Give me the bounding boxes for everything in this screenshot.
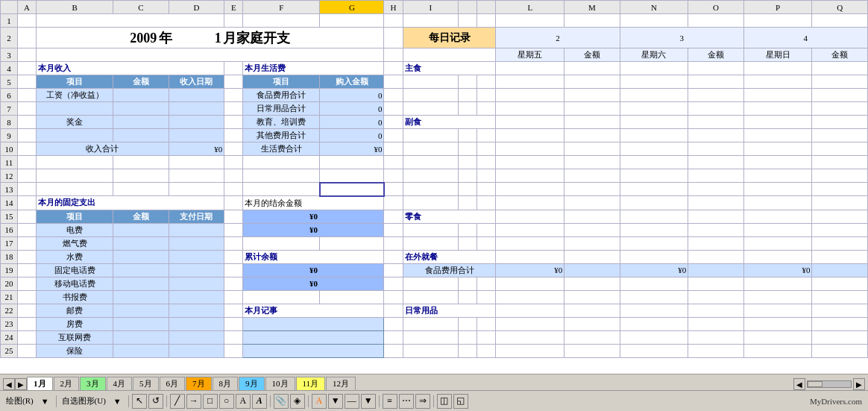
cell-m16[interactable] [564, 223, 620, 236]
cell-l10[interactable] [496, 142, 564, 156]
dash-style-btn[interactable]: ⋯ [399, 394, 414, 409]
cell-g12[interactable] [320, 169, 384, 183]
cell-o17[interactable] [688, 236, 743, 250]
cell-k17[interactable] [477, 236, 496, 250]
cell-n13[interactable] [620, 183, 688, 196]
cell-g17[interactable] [320, 236, 384, 250]
cell-p7[interactable] [743, 102, 812, 116]
living-row1-amount[interactable]: 0 [320, 89, 384, 102]
living-row4-item[interactable]: 其他费用合计 [243, 129, 320, 142]
tab-feb[interactable]: 2月 [54, 377, 80, 390]
cell-n16[interactable] [620, 223, 688, 236]
cell-p22[interactable] [743, 304, 812, 317]
cell-j9[interactable] [459, 129, 477, 142]
cell-l13[interactable] [496, 183, 564, 196]
cell-a1[interactable] [17, 14, 36, 28]
cell-q20[interactable] [812, 277, 868, 290]
clip-btn[interactable]: 📎 [274, 394, 289, 409]
cell-q7[interactable] [812, 102, 868, 116]
cell-m6[interactable] [564, 89, 620, 102]
cell-o12[interactable] [688, 169, 743, 183]
fixed-row2-date[interactable] [169, 236, 224, 250]
tab-mar[interactable]: 3月 [80, 377, 106, 390]
wordart-btn[interactable]: A [252, 394, 267, 409]
line-btn[interactable]: ╱ [170, 394, 185, 409]
cell-n15[interactable] [620, 210, 688, 223]
cell-b13[interactable] [37, 183, 113, 196]
cell-m19[interactable] [564, 263, 620, 277]
income-row1-date[interactable] [169, 89, 224, 102]
cell-m14[interactable] [564, 196, 620, 210]
fixed-row2-item[interactable]: 燃气费 [37, 236, 113, 250]
cell-m23[interactable] [564, 317, 620, 330]
fixed-row8-amount[interactable] [113, 317, 169, 330]
cell-q22[interactable] [812, 304, 868, 317]
cell-p21[interactable] [743, 290, 812, 304]
cell-p9[interactable] [743, 129, 812, 142]
cell-q9[interactable] [812, 129, 868, 142]
cell-m22[interactable] [564, 304, 620, 317]
income-row2-amount[interactable] [113, 102, 169, 116]
income-row4-date[interactable] [169, 129, 224, 142]
cell-i13[interactable] [403, 183, 458, 196]
cell-f13[interactable] [243, 183, 320, 196]
cell-m24[interactable] [564, 330, 620, 344]
cell-q25[interactable] [812, 344, 868, 357]
cell-i21[interactable] [403, 290, 458, 304]
cell-m17[interactable] [564, 236, 620, 250]
cell-p17[interactable] [743, 236, 812, 250]
living-row2-item[interactable]: 日常用品合计 [243, 102, 320, 116]
fixed-row9-amount[interactable] [113, 330, 169, 344]
cell-q21[interactable] [812, 290, 868, 304]
cell-m21[interactable] [564, 290, 620, 304]
cell-f21[interactable] [243, 290, 320, 304]
cell-l16[interactable] [496, 223, 564, 236]
cell-i17[interactable] [403, 236, 458, 250]
scroll-track[interactable] [807, 380, 852, 388]
cell-j17[interactable] [459, 236, 477, 250]
cell-i11[interactable] [403, 156, 458, 169]
draw-menu-btn[interactable]: ▼ [38, 396, 52, 407]
cell-p25[interactable] [743, 344, 812, 357]
income-row4-amount[interactable] [113, 129, 169, 142]
fixed-row7-item[interactable]: 邮费 [37, 304, 113, 317]
cell-f12[interactable] [243, 169, 320, 183]
cell-j12[interactable] [459, 169, 477, 183]
cell-c11[interactable] [113, 156, 169, 169]
cell-o24[interactable] [688, 330, 743, 344]
cell-q12[interactable] [812, 169, 868, 183]
cell-q10[interactable] [812, 142, 868, 156]
cell-l7[interactable] [496, 102, 564, 116]
cell-q14[interactable] [812, 196, 868, 210]
fixed-row10-amount[interactable] [113, 344, 169, 357]
cell-m11[interactable] [564, 156, 620, 169]
cell-m18[interactable] [564, 250, 620, 263]
cell-q16[interactable] [812, 223, 868, 236]
cell-o19[interactable] [688, 263, 743, 277]
fixed-row5-date[interactable] [169, 277, 224, 290]
cell-p16[interactable] [743, 223, 812, 236]
cell-k25[interactable] [477, 344, 496, 357]
fixed-row2-amount[interactable] [113, 236, 169, 250]
cell-n10[interactable] [620, 142, 688, 156]
cell-i12[interactable] [403, 169, 458, 183]
cell-l8[interactable] [496, 116, 564, 129]
fill-color-btn[interactable]: A [312, 394, 327, 409]
line-style-btn[interactable]: ≡ [383, 394, 397, 409]
tab-oct[interactable]: 10月 [265, 377, 295, 390]
cell-n25[interactable] [620, 344, 688, 357]
cell-m15[interactable] [564, 210, 620, 223]
cell-c13[interactable] [113, 183, 169, 196]
fixed-row8-item[interactable]: 房费 [37, 317, 113, 330]
cell-l22[interactable] [496, 304, 564, 317]
cell-n6[interactable] [620, 89, 688, 102]
cell-p8[interactable] [743, 116, 812, 129]
cell-l24[interactable] [496, 330, 564, 344]
cell-l25[interactable] [496, 344, 564, 357]
income-row2-item[interactable] [37, 102, 113, 116]
tab-may[interactable]: 5月 [133, 377, 159, 390]
tab-jul[interactable]: 7月 [186, 377, 212, 390]
autoform-menu-btn[interactable]: ▼ [110, 396, 125, 407]
fixed-row7-date[interactable] [169, 304, 224, 317]
cell-m12[interactable] [564, 169, 620, 183]
